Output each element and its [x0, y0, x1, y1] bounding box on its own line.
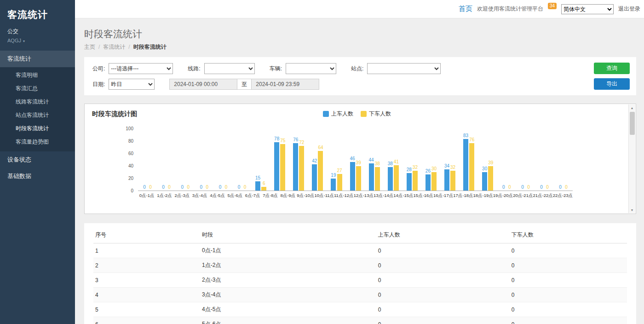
- bar-value-label: 38: [375, 161, 380, 166]
- date-to-input[interactable]: [251, 79, 319, 90]
- bar-value-label: 0: [200, 185, 203, 190]
- station-label: 站点:: [351, 65, 363, 73]
- bar-value-label: 72: [299, 140, 304, 145]
- company-filter: 公司: ---请选择---: [92, 63, 173, 74]
- breadcrumb-separator: /: [128, 44, 130, 50]
- bar-value-label: 76: [469, 137, 474, 142]
- x-tick-label: 3点-4点: [191, 192, 208, 198]
- scroll-up-icon[interactable]: ▲: [631, 104, 634, 111]
- breadcrumb-passenger-stats[interactable]: 客流统计: [103, 44, 125, 50]
- bar-group: 3039: [478, 129, 497, 191]
- sidebar-subitem[interactable]: 客流汇总: [0, 82, 75, 95]
- legend-item[interactable]: 上车人数: [323, 110, 353, 118]
- table-row: 21点-2点00: [93, 258, 627, 273]
- notification-badge[interactable]: 34: [548, 3, 557, 9]
- bar: [369, 163, 374, 191]
- bar-value-label: 75: [280, 138, 285, 143]
- org-code-dropdown[interactable]: AQGJ▾: [0, 36, 75, 51]
- export-button[interactable]: 导出: [594, 78, 630, 90]
- bar-value-label: 83: [463, 133, 468, 138]
- query-button[interactable]: 查询: [594, 63, 630, 74]
- bar: [255, 181, 260, 191]
- bar-value-label: 42: [312, 158, 317, 163]
- table-header-cell: 时段: [200, 227, 376, 243]
- chart-scrollbar[interactable]: ▲ ▼: [628, 104, 635, 213]
- date-preset-select[interactable]: 昨日: [109, 79, 155, 90]
- bar-value-label: 28: [407, 167, 412, 172]
- bar-value-label: 41: [394, 159, 399, 164]
- sidebar-item-device-status[interactable]: 设备状态: [0, 151, 75, 168]
- y-tick-label: 100: [126, 126, 133, 131]
- date-range-separator: 至: [237, 79, 251, 90]
- sidebar-subitem[interactable]: 站点客流统计: [0, 109, 75, 122]
- x-tick-label: 20点-21点: [513, 192, 533, 198]
- x-tick-label: 14点-15点: [393, 192, 413, 198]
- bar-value-label: 0: [168, 185, 171, 190]
- org-label: 公交: [0, 27, 75, 36]
- org-code: AQGJ: [7, 38, 21, 43]
- scrollbar-thumb[interactable]: [630, 112, 635, 135]
- sidebar-subitem[interactable]: 线路客流统计: [0, 95, 75, 109]
- table-cell: 0: [376, 273, 510, 288]
- bar-group: 00: [195, 129, 213, 191]
- bar-value-label: 0: [546, 185, 549, 190]
- home-link[interactable]: 首页: [459, 5, 472, 13]
- bar: [299, 146, 304, 191]
- bar-value-label: 39: [488, 160, 493, 165]
- bar: [293, 143, 298, 191]
- topbar: 首页 欢迎使用客流统计管理平台 34 简体中文 退出登录: [75, 0, 644, 18]
- legend-item[interactable]: 下车人数: [361, 110, 391, 118]
- bar-group: 7875: [270, 129, 289, 191]
- bar: [388, 167, 393, 191]
- table-cell: 5点-6点: [200, 317, 376, 324]
- vehicle-select[interactable]: [286, 63, 336, 74]
- bar: [356, 166, 361, 191]
- bar: [413, 171, 418, 191]
- x-tick-label: 9点-10点: [297, 192, 314, 198]
- sidebar-subitem[interactable]: 客流量趋势图: [0, 135, 75, 149]
- line-select[interactable]: [204, 63, 255, 74]
- bar-value-label: 0: [540, 185, 543, 190]
- breadcrumb: 主页/客流统计/时段客流统计: [84, 43, 636, 51]
- table-row: 65点-6点00: [93, 317, 627, 324]
- bar-value-label: 0: [559, 185, 562, 190]
- table-cell: 6: [93, 317, 200, 324]
- company-select[interactable]: ---请选择---: [109, 63, 173, 74]
- station-select[interactable]: [367, 63, 441, 74]
- date-range-group: 至: [169, 79, 319, 90]
- sidebar-item-base-data[interactable]: 基础数据: [0, 168, 75, 185]
- scroll-down-icon[interactable]: ▼: [631, 207, 634, 213]
- sidebar-subitem[interactable]: 时段客流统计: [0, 122, 75, 135]
- legend-swatch-icon: [361, 111, 367, 117]
- sidebar-subitem[interactable]: 客流明细: [0, 69, 75, 82]
- chart-plot: 0000000000001567875767242641927463944383…: [138, 129, 573, 191]
- data-table: 序号时段上车人数下车人数 10点-1点0021点-2点0032点-3点0043点…: [93, 227, 627, 324]
- bar-value-label: 0: [244, 185, 247, 190]
- app-title: 客流统计: [0, 0, 75, 27]
- bar-value-label: 46: [350, 156, 355, 161]
- sidebar-item-passenger-stats[interactable]: 客流统计: [0, 51, 75, 67]
- date-from-input[interactable]: [169, 79, 237, 90]
- table-cell: 0: [376, 288, 510, 302]
- x-tick-label: 13点-14点: [374, 192, 393, 198]
- chart-x-labels: 0点-1点1点-2点2点-3点3点-4点4点-5点5点-6点6点-7点7点-8点…: [138, 192, 573, 198]
- x-tick-label: 16点-17点: [433, 192, 453, 198]
- sidebar: 客流统计 公交 AQGJ▾ 客流统计 客流明细客流汇总线路客流统计站点客流统计时…: [0, 0, 75, 324]
- language-select[interactable]: 简体中文: [561, 4, 614, 14]
- bar-group: 00: [554, 129, 573, 191]
- y-tick-label: 20: [128, 176, 133, 181]
- bar-group: 7672: [289, 129, 308, 191]
- table-cell: 0: [510, 288, 627, 302]
- filter-row-2: 日期: 昨日 至: [92, 79, 629, 90]
- filter-panel: 公司: ---请选择--- 线路: 车辆: 站点:: [84, 57, 636, 95]
- breadcrumb-home[interactable]: 主页: [84, 44, 95, 50]
- x-tick-label: 5点-6点: [226, 192, 244, 198]
- date-filter: 日期: 昨日: [92, 79, 155, 90]
- x-tick-label: 2点-3点: [173, 192, 191, 198]
- bar: [274, 142, 279, 191]
- bar: [394, 165, 399, 191]
- bar-value-label: 19: [331, 173, 336, 178]
- bar-value-label: 30: [482, 166, 487, 171]
- table-cell: 3: [93, 273, 200, 288]
- logout-link[interactable]: 退出登录: [618, 5, 640, 13]
